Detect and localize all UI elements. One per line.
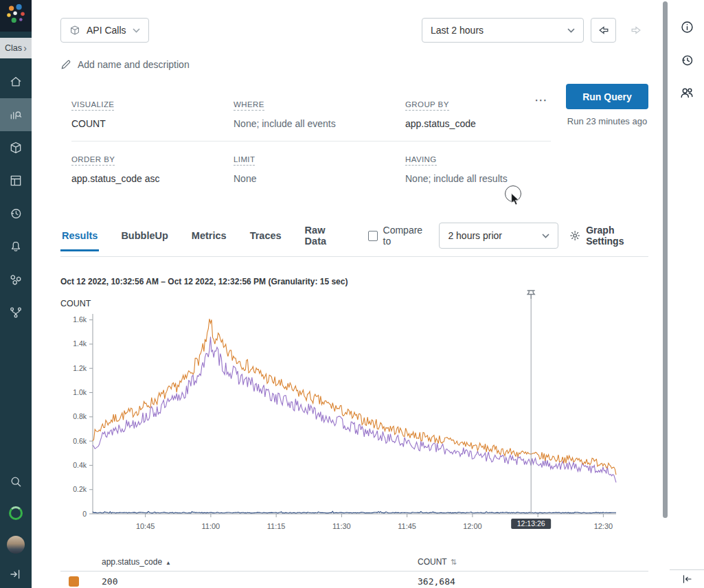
graph-settings-label: Graph Settings	[586, 225, 648, 247]
honeycomb-logo[interactable]	[0, 0, 32, 32]
dataset-cube-icon	[69, 25, 80, 36]
svg-text:12:00: 12:00	[463, 522, 482, 530]
sidebar-nav	[0, 65, 32, 329]
honeycomb-logo-icon	[1, 1, 30, 30]
results-table-header: app.status_code▲ COUNT⇅	[60, 553, 648, 572]
svg-text:1.0k: 1.0k	[73, 388, 87, 396]
run-query-column: Run Query Run 23 minutes ago	[566, 84, 648, 184]
forward-arrow-icon	[629, 23, 643, 37]
main-content: API Calls Last 2 hours Add name and desc…	[32, 0, 661, 588]
clause-visualize[interactable]: VISUALIZE COUNT	[71, 98, 234, 129]
tab-traces[interactable]: Traces	[249, 223, 283, 251]
time-controls: Last 2 hours	[422, 18, 648, 43]
gear-icon	[569, 229, 580, 242]
svg-text:11:30: 11:30	[332, 522, 351, 530]
logout-arrow-icon	[9, 567, 23, 581]
compare-period-value: 2 hours prior	[448, 230, 502, 241]
time-range-value: Last 2 hours	[431, 25, 484, 36]
tab-metrics[interactable]: Metrics	[190, 223, 228, 251]
vertical-scrollbar	[661, 0, 670, 588]
svg-text:1.6k: 1.6k	[73, 315, 87, 324]
sidebar-item-pipelines[interactable]	[0, 296, 32, 329]
sidebar-item-datasets[interactable]	[0, 131, 32, 164]
chart-toolbar: Compare to 2 hours prior Graph Settings	[368, 223, 648, 251]
order-by-label: ORDER BY	[71, 155, 115, 166]
tab-results[interactable]: Results	[60, 223, 99, 251]
history-forward-button[interactable]	[623, 18, 648, 43]
rail-query-history-button[interactable]	[670, 43, 704, 76]
tab-raw-data[interactable]: Raw Data	[304, 218, 348, 257]
user-avatar	[7, 536, 25, 554]
chart-area: COUNT 00.2k0.4k0.6k0.8k1.0k1.2k1.4k1.6k1…	[60, 288, 648, 536]
sidebar-item-home[interactable]	[0, 65, 32, 98]
svg-text:0.8k: 0.8k	[73, 412, 87, 420]
chevron-right-icon: ›	[23, 43, 27, 54]
history-clock-icon	[9, 207, 23, 220]
history-back-button[interactable]	[591, 18, 616, 43]
sidebar-item-boards[interactable]	[0, 164, 32, 197]
status-code-header-label: app.status_code	[102, 557, 162, 567]
sidebar-search[interactable]	[0, 466, 32, 497]
rail-info-button[interactable]	[670, 10, 704, 43]
compare-to-checkbox[interactable]	[368, 231, 378, 241]
collapsed-panel-label[interactable]: Clas ›	[0, 38, 32, 58]
query-clauses: ⋯ VISUALIZE COUNT WHERE None; include al…	[60, 98, 551, 184]
sort-toggle-icon: ⇅	[451, 558, 457, 566]
sidebar-status	[0, 497, 32, 529]
query-builder: ⋯ VISUALIZE COUNT WHERE None; include al…	[60, 98, 648, 184]
order-by-value: app.status_code asc	[71, 173, 234, 184]
where-label: WHERE	[234, 100, 264, 111]
clause-limit[interactable]: LIMIT None	[234, 152, 405, 184]
dataset-selector[interactable]: API Calls	[60, 18, 149, 43]
clause-having[interactable]: HAVING None; include all results	[405, 152, 551, 184]
svg-text:0: 0	[82, 510, 87, 518]
sidebar-logout[interactable]	[0, 561, 32, 588]
compare-to-control: Compare to	[368, 225, 429, 247]
compare-period-select[interactable]: 2 hours prior	[439, 223, 558, 249]
run-query-button[interactable]: Run Query	[566, 84, 648, 109]
sidebar-item-history[interactable]	[0, 197, 32, 230]
having-label: HAVING	[405, 155, 437, 166]
series-swatch	[69, 576, 79, 587]
having-value: None; include all results	[405, 173, 551, 184]
sidebar-user[interactable]	[0, 529, 32, 561]
pencil-icon	[60, 59, 71, 70]
pipelines-branch-icon	[9, 306, 23, 319]
clause-where[interactable]: WHERE None; include all events	[234, 98, 405, 129]
collapse-rail-button[interactable]	[670, 569, 704, 588]
chevron-down-icon	[567, 28, 575, 33]
loading-spinner	[9, 506, 23, 520]
svg-text:0.2k: 0.2k	[73, 485, 87, 493]
tab-bubbleup[interactable]: BubbleUp	[120, 223, 169, 251]
query-overflow-menu[interactable]: ⋯	[534, 92, 548, 108]
limit-value: None	[234, 173, 405, 184]
table-row[interactable]: 200 362,684	[60, 572, 648, 588]
sidebar-item-service-map[interactable]	[0, 263, 32, 296]
query-history-icon	[680, 53, 694, 67]
svg-text:12:13:26: 12:13:26	[517, 519, 545, 528]
add-name-label: Add name and description	[78, 59, 190, 70]
visualize-label: VISUALIZE	[71, 100, 114, 111]
svg-text:11:15: 11:15	[267, 522, 286, 530]
add-name-button[interactable]: Add name and description	[60, 59, 190, 70]
collapsed-panel-text: Clas	[5, 43, 22, 53]
clause-order-by[interactable]: ORDER BY app.status_code asc	[71, 152, 234, 184]
svg-text:0.4k: 0.4k	[73, 461, 87, 469]
rail-team-button[interactable]	[670, 76, 704, 109]
graph-settings-button[interactable]: Graph Settings	[569, 225, 648, 247]
clause-group-by[interactable]: GROUP BY app.status_code	[405, 98, 551, 129]
search-icon	[9, 475, 23, 488]
info-icon	[680, 20, 694, 34]
back-arrow-icon	[597, 23, 611, 37]
status-code-column-header[interactable]: app.status_code▲	[102, 557, 418, 567]
count-column-header[interactable]: COUNT⇅	[418, 557, 648, 567]
time-range-select[interactable]: Last 2 hours	[422, 18, 584, 43]
group-by-value: app.status_code	[405, 118, 551, 129]
count-line-chart[interactable]: 00.2k0.4k0.6k0.8k1.0k1.2k1.4k1.6k10:4511…	[60, 288, 629, 536]
group-by-label: GROUP BY	[405, 100, 449, 111]
sidebar-item-query[interactable]	[0, 98, 32, 131]
scrollbar-thumb[interactable]	[663, 1, 668, 518]
sidebar-item-alerts[interactable]	[0, 230, 32, 263]
service-map-icon	[9, 273, 23, 286]
svg-text:1.4k: 1.4k	[73, 339, 87, 348]
